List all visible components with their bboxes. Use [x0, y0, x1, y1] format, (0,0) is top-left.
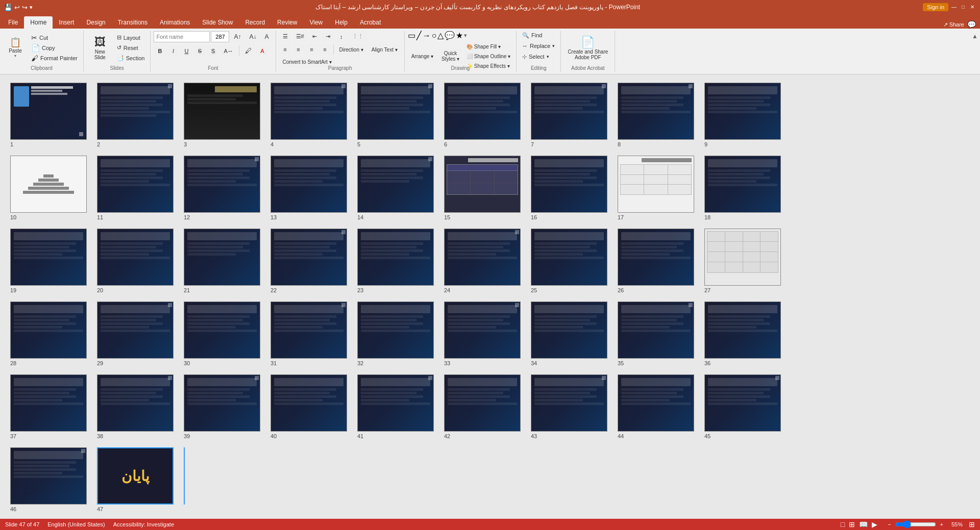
- slide-item-39[interactable]: 39: [184, 374, 260, 439]
- slide-item-27[interactable]: 27: [704, 229, 781, 293]
- slide-thumb-28[interactable]: [10, 301, 87, 359]
- slide-item-11[interactable]: 11: [97, 156, 174, 220]
- slide-thumb-41[interactable]: [357, 374, 434, 432]
- rectangle-shape[interactable]: ▭: [408, 31, 415, 40]
- text-direction-button[interactable]: Direction ▾: [336, 44, 367, 55]
- language-indicator[interactable]: English (United States): [47, 521, 105, 527]
- slide-item-33[interactable]: 33: [444, 301, 521, 366]
- arrow-shape[interactable]: →: [423, 31, 431, 40]
- font-size-input[interactable]: [211, 31, 229, 42]
- bold-button[interactable]: B: [154, 45, 166, 57]
- slide-thumb-3[interactable]: [184, 83, 260, 140]
- slide-thumb-6[interactable]: [444, 83, 521, 140]
- slide-item-1[interactable]: 1: [10, 83, 87, 147]
- slide-item-31[interactable]: 31: [271, 301, 347, 366]
- slide-item-9[interactable]: 9: [704, 83, 781, 147]
- tab-acrobat[interactable]: Acrobat: [354, 16, 387, 29]
- collapse-ribbon[interactable]: ▲: [970, 31, 980, 72]
- slide-thumb-39[interactable]: [184, 374, 260, 432]
- tab-file[interactable]: File: [2, 16, 24, 29]
- normal-view-button[interactable]: □: [841, 520, 845, 528]
- slide-thumb-33[interactable]: [444, 301, 521, 359]
- slide-thumb-8[interactable]: [618, 83, 694, 140]
- slide-item-5[interactable]: 5: [357, 83, 434, 147]
- slide-thumb-19[interactable]: [10, 229, 87, 286]
- slide-thumb-38[interactable]: [97, 374, 174, 432]
- slide-thumb-34[interactable]: [531, 301, 607, 359]
- slide-item-23[interactable]: 23: [357, 229, 434, 293]
- bullets-button[interactable]: ☰: [279, 31, 291, 42]
- increase-indent-button[interactable]: ⇥: [322, 31, 334, 42]
- sign-in-button[interactable]: Sign in: [923, 3, 948, 11]
- slide-thumb-36[interactable]: [704, 301, 781, 359]
- minimize-button[interactable]: —: [950, 3, 958, 10]
- reading-view-button[interactable]: 📖: [859, 520, 868, 528]
- underline-button[interactable]: U: [180, 45, 192, 57]
- reset-button[interactable]: ↺ Reset: [114, 43, 148, 53]
- slide-thumb-42[interactable]: [444, 374, 521, 432]
- slide-item-8[interactable]: 8: [618, 83, 694, 147]
- comments-icon[interactable]: 💬: [967, 20, 976, 29]
- oval-shape[interactable]: ○: [432, 31, 437, 40]
- maximize-button[interactable]: □: [960, 3, 967, 10]
- slide-item-16[interactable]: 16: [531, 156, 607, 220]
- slide-item-37[interactable]: 37: [10, 374, 87, 439]
- slide-item-24[interactable]: 24: [444, 229, 521, 293]
- tab-help[interactable]: Help: [329, 16, 354, 29]
- tab-transitions[interactable]: Transitions: [112, 16, 154, 29]
- slide-item-10[interactable]: 10: [10, 156, 87, 220]
- slide-thumb-17[interactable]: [618, 156, 694, 213]
- slide-item-32[interactable]: 32: [357, 301, 434, 366]
- replace-dropdown[interactable]: ▾: [552, 43, 555, 48]
- close-button[interactable]: ✕: [969, 3, 976, 10]
- slide-thumb-40[interactable]: [271, 374, 347, 432]
- tab-record[interactable]: Record: [239, 16, 271, 29]
- slide-thumb-5[interactable]: [357, 83, 434, 140]
- slide-item-17[interactable]: 17: [618, 156, 694, 220]
- slide-item-35[interactable]: 35: [618, 301, 694, 366]
- slide-item-19[interactable]: 19: [10, 229, 87, 293]
- zoom-slider[interactable]: [895, 520, 936, 528]
- shape-fill-button[interactable]: 🎨 Shape Fill ▾: [464, 42, 513, 51]
- slide-item-2[interactable]: 2: [97, 83, 174, 147]
- slide-thumb-31[interactable]: [271, 301, 347, 359]
- slide-thumb-24[interactable]: [444, 229, 521, 286]
- slide-item-26[interactable]: 26: [618, 229, 694, 293]
- slide-item-20[interactable]: 20: [97, 229, 174, 293]
- slide-panel[interactable]: 1 2: [0, 74, 980, 519]
- slide-item-44[interactable]: 44: [618, 374, 694, 439]
- justify-button[interactable]: ≡: [319, 44, 331, 55]
- slide-thumb-29[interactable]: [97, 301, 174, 359]
- slide-thumb-18[interactable]: [704, 156, 781, 213]
- align-right-button[interactable]: ≡: [306, 44, 318, 55]
- more-shapes-button[interactable]: ▾: [464, 32, 467, 39]
- slide-thumb-7[interactable]: [531, 83, 607, 140]
- star-shape[interactable]: ★: [456, 31, 463, 40]
- decrease-font-button[interactable]: A↓: [246, 31, 260, 43]
- slide-item-42[interactable]: 42: [444, 374, 521, 439]
- tab-design[interactable]: Design: [80, 16, 111, 29]
- slide-thumb-47[interactable]: پایان: [97, 447, 174, 504]
- slide-thumb-20[interactable]: [97, 229, 174, 286]
- slide-item-29[interactable]: 29: [97, 301, 174, 366]
- slide-item-21[interactable]: 21: [184, 229, 260, 293]
- accessibility-indicator[interactable]: Accessibility: Investigate: [113, 521, 174, 527]
- slide-thumb-11[interactable]: [97, 156, 174, 213]
- quick-styles-button[interactable]: QuickStyles ▾: [438, 48, 463, 64]
- clear-format-button[interactable]: A: [261, 31, 272, 43]
- slide-item-40[interactable]: 40: [271, 374, 347, 439]
- slide-item-25[interactable]: 25: [531, 229, 607, 293]
- slide-item-30[interactable]: 30: [184, 301, 260, 366]
- layout-button[interactable]: ⊟ Layout: [114, 33, 148, 42]
- select-button[interactable]: ⊹ Select ▾: [520, 52, 552, 61]
- slide-thumb-23[interactable]: [357, 229, 434, 286]
- slide-thumb-37[interactable]: [10, 374, 87, 432]
- slide-item-47[interactable]: پایان 47: [97, 447, 174, 512]
- arrange-button[interactable]: Arrange ▾: [408, 51, 437, 62]
- increase-font-button[interactable]: A↑: [230, 31, 244, 43]
- slide-thumb-12[interactable]: [184, 156, 260, 213]
- slide-item-46[interactable]: 46: [10, 447, 87, 512]
- slide-thumb-25[interactable]: [531, 229, 607, 286]
- save-icon[interactable]: 💾: [4, 4, 12, 11]
- shadow-button[interactable]: S: [207, 45, 219, 57]
